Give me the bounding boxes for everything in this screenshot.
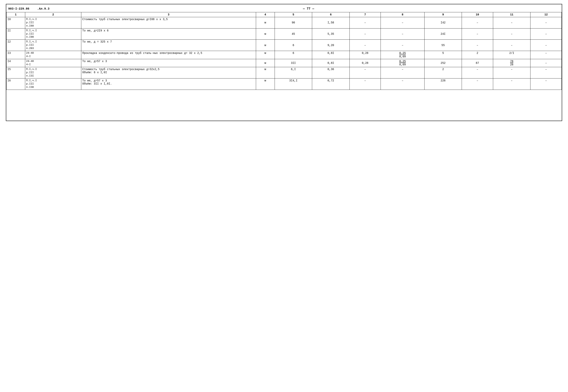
row-ref-I6: П.I,ч.Iр.IIIп.I38	[25, 78, 81, 90]
row-qty-II: 45	[275, 28, 312, 40]
row-id-I4: I4	[6, 59, 25, 67]
row-qty-I5: 6,I	[275, 67, 312, 79]
fraction-numer-I3: 0,25	[399, 52, 406, 55]
row-unit-I5: м	[256, 67, 275, 79]
row-unit-I6: м	[256, 78, 275, 90]
col-header-1: 1	[6, 12, 25, 17]
spacer-cell	[6, 90, 562, 101]
header-line: 903-I-229.86 .Ал.9.3 — 77 —	[6, 6, 562, 11]
row-c6-I0: I,58	[312, 17, 350, 28]
row-c10-I0: –	[462, 17, 493, 28]
fraction-c11-I4: 78 28	[510, 60, 513, 67]
row-c7-I6: –	[349, 78, 381, 90]
row-c12-I0: –	[530, 17, 562, 28]
row-c8-I0: –	[381, 17, 424, 28]
row-c7-II: –	[349, 28, 381, 40]
row-c9-I2: 55	[424, 40, 462, 51]
row-c6-II: 5,35	[312, 28, 350, 40]
corner-br	[556, 115, 562, 121]
row-ref-I4: 24–484–I	[25, 59, 81, 67]
row-c8-I2: –	[381, 40, 424, 51]
row-c11-II: –	[493, 28, 530, 40]
row-c8-I5: –	[381, 67, 424, 79]
row-id-I5: I5	[6, 67, 25, 79]
row-qty-I6: 3I4,I	[275, 78, 312, 90]
row-c12-I6: –	[530, 78, 562, 90]
fraction-c11-numer-I4: 78	[510, 60, 513, 63]
row-c9-I4: 252	[424, 59, 462, 67]
row-qty-I0: 90	[275, 17, 312, 28]
row-c6-I4: 0,8I	[312, 59, 350, 67]
table-row: I5 П.I,ч.Iр.IIIп.I3I Стоимость труб стал…	[6, 67, 562, 79]
row-ref-II: П.I,ч.Iр.IIIп.I90	[25, 28, 81, 40]
row-c11-I6: –	[493, 78, 530, 90]
fraction-I3: 0,25 0,09	[399, 52, 406, 58]
row-unit-II: м	[256, 28, 275, 40]
table-row: II П.I,ч.Iр.IIIп.I90 То же, д=2I9 x 6 м …	[6, 28, 562, 40]
row-c10-I5: –	[462, 67, 493, 79]
table-row: I2 П.I,ч.Iр.IIIп.203 То же, д = 325 x 7 …	[6, 40, 562, 51]
doc-sub: .Ал.9.3	[37, 7, 49, 11]
row-c8-I4: 0,25 0,09	[381, 59, 424, 67]
row-c6-I2: 9,20	[312, 40, 350, 51]
row-c9-I5: 2	[424, 67, 462, 79]
row-qty-I2: 6	[275, 40, 312, 51]
col-header-10: 10	[462, 12, 493, 17]
row-c11-I2: –	[493, 40, 530, 51]
row-c12-I2: –	[530, 40, 562, 51]
row-desc-I5: Стоимость труб стальных электросварных д…	[81, 67, 256, 79]
row-id-II: II	[6, 28, 25, 40]
col-header-9: 9	[424, 12, 462, 17]
row-c9-I6: 226	[424, 78, 462, 90]
row-unit-I4: м	[256, 59, 275, 67]
row-c12-I4: –	[530, 59, 562, 67]
row-id-I3: I3	[6, 51, 25, 59]
row-id-I6: I6	[6, 78, 25, 90]
col-header-8: 8	[381, 12, 424, 17]
corner-tl	[6, 4, 12, 10]
spacer-row	[6, 90, 562, 101]
col-header-6: 6	[312, 12, 350, 17]
row-desc-I4: То же, д=57 x 3	[81, 59, 256, 67]
col-header-4: 4	[256, 12, 275, 17]
row-c12-II: –	[530, 28, 562, 40]
row-c9-I0: I42	[424, 17, 462, 28]
row-c8-I6: –	[381, 78, 424, 90]
row-c7-I3: 0,28	[349, 51, 381, 59]
row-c8-II: –	[381, 28, 424, 40]
page-wrapper: 903-I-229.86 .Ал.9.3 — 77 — 1 2 3 4 5 6 …	[6, 4, 562, 121]
row-c6-I6: 0,72	[312, 78, 350, 90]
main-table: 1 2 3 4 5 6 7 8 9 10 11 12 I0 П.I,ч.Iр.I…	[6, 12, 562, 101]
row-c10-I3: 2	[462, 51, 493, 59]
corner-tr	[556, 4, 562, 10]
fraction-c11-denom-I4: 28	[510, 63, 513, 66]
table-row: I3 24–484–I Прокладка конденсато-провода…	[6, 51, 562, 59]
row-unit-I3: м	[256, 51, 275, 59]
fraction-I4: 0,25 0,09	[399, 60, 406, 67]
page-number: — 77 —	[57, 7, 560, 11]
row-unit-I2: м	[256, 40, 275, 51]
table-row: I4 24–484–I То же, д=57 x 3 м 3II 0,8I 0…	[6, 59, 562, 67]
row-c11-I5: –	[493, 67, 530, 79]
row-c7-I4: 0,28	[349, 59, 381, 67]
row-unit-I0: м	[256, 17, 275, 28]
col-header-2: 2	[25, 12, 81, 17]
row-desc-II: То же, д=2I9 x 6	[81, 28, 256, 40]
row-c11-I0: –	[493, 17, 530, 28]
row-c7-I2: –	[349, 40, 381, 51]
row-c8-I3: 0,25 0,09	[381, 51, 424, 59]
row-c6-I3: 0,8I	[312, 51, 350, 59]
table-row: I0 П.I,ч.Iр.IIIп.I60 Стоимость труб стал…	[6, 17, 562, 28]
row-desc-I6: То же, д=57 x 3Объём: 3II x I,0I.	[81, 78, 256, 90]
fraction-numer-I4: 0,25	[399, 60, 406, 63]
row-desc-I0: Стоимость труб стальных электросварных д…	[81, 17, 256, 28]
col-header-11: 11	[493, 12, 530, 17]
row-c11-I4: 78 28	[493, 59, 530, 67]
row-c9-I3: 5	[424, 51, 462, 59]
row-c9-II: 24I	[424, 28, 462, 40]
col-header-3: 3	[81, 12, 256, 17]
corner-bl	[6, 115, 12, 121]
fraction-denom-I3: 0,09	[399, 55, 406, 58]
row-c6-I5: 0,36	[312, 67, 350, 79]
row-c11-I3: 2/I	[493, 51, 530, 59]
